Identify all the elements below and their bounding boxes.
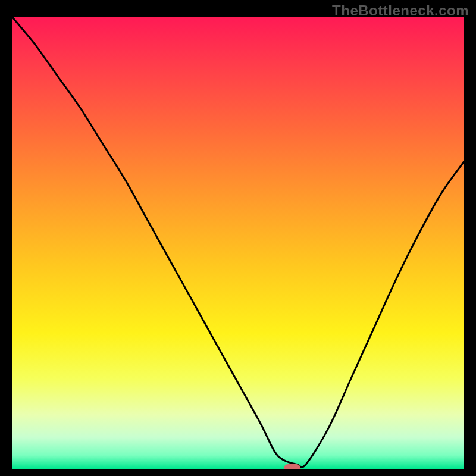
bottleneck-chart — [12, 17, 464, 469]
gradient-background — [12, 17, 464, 469]
optimal-marker — [284, 464, 300, 469]
chart-frame: TheBottleneck.com — [0, 0, 476, 476]
watermark-text: TheBottleneck.com — [332, 2, 469, 19]
plot-area — [12, 17, 464, 469]
